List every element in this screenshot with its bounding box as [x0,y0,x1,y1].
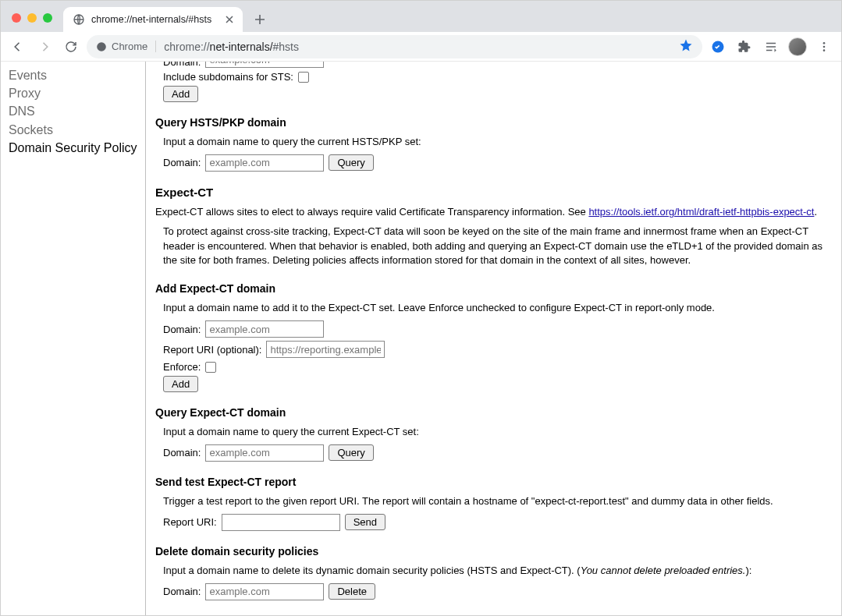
reload-button[interactable] [60,36,82,58]
menu-button[interactable] [813,36,835,58]
delete-domain-input[interactable] [205,583,324,600]
expect-ct-spec-link[interactable]: https://tools.ietf.org/html/draft-ietf-h… [588,206,814,218]
include-subdomains-label: Include subdomains for STS: [163,71,293,83]
close-window-button[interactable] [12,13,21,23]
delete-button[interactable]: Delete [329,583,375,600]
hsts-add-domain-input[interactable] [205,62,324,68]
delete-desc: Input a domain name to delete its dynami… [163,564,832,579]
send-ect-uri-label: Report URI: [163,516,217,528]
query-ect-domain-label: Domain: [163,447,201,458]
sidebar-item-dns[interactable]: DNS [9,102,137,120]
query-hsts-domain-input[interactable] [205,154,324,172]
browser-tab[interactable]: chrome://net-internals/#hsts [63,7,243,32]
add-ect-domain-input[interactable] [205,320,324,338]
send-ect-desc: Trigger a test report to the given repor… [163,494,832,509]
minimize-window-button[interactable] [27,13,37,23]
svg-point-3 [823,42,826,44]
include-subdomains-checkbox[interactable] [298,72,309,83]
query-ect-heading: Query Expect-CT domain [155,406,832,419]
sync-profile-icon[interactable] [707,36,729,58]
add-ect-enforce-label: Enforce: [163,361,201,373]
expect-ct-heading: Expect-CT [155,186,832,199]
svg-point-4 [823,45,826,48]
add-ect-uri-label: Report URI (optional): [163,344,261,356]
back-button[interactable] [7,36,29,58]
chip-label: Chrome [112,41,147,52]
toolbar: Chrome chrome://net-internals/#hsts [1,32,841,62]
forward-button[interactable] [34,36,55,58]
svg-point-1 [97,42,106,51]
address-bar[interactable]: Chrome chrome://net-internals/#hsts [87,35,702,58]
expect-ct-note: To protect against cross-site tracking, … [163,225,832,269]
profile-avatar[interactable] [787,36,808,58]
query-hsts-button[interactable]: Query [329,154,373,171]
query-hsts-heading: Query HSTS/PKP domain [155,116,832,129]
add-ect-desc: Input a domain name to add it to the Exp… [163,301,832,316]
url-text: chrome://net-internals/#hsts [164,41,299,53]
sidebar: Events Proxy DNS Sockets Domain Security… [1,62,146,615]
delete-domain-label: Domain: [163,586,201,597]
sidebar-item-events[interactable]: Events [9,66,137,84]
svg-point-5 [823,49,826,51]
send-ect-uri-input[interactable] [222,514,340,531]
chrome-icon [96,41,107,52]
window-controls [7,13,57,32]
extensions-icon[interactable] [734,36,755,58]
sidebar-item-domain-security-policy[interactable]: Domain Security Policy [9,139,137,157]
query-ect-desc: Input a domain name to query the current… [163,425,832,440]
sidebar-item-sockets[interactable]: Sockets [9,121,137,139]
query-hsts-domain-label: Domain: [163,157,201,168]
globe-icon [73,13,85,26]
send-ect-button[interactable]: Send [345,514,385,530]
delete-heading: Delete domain security policies [155,545,832,558]
add-ect-uri-input[interactable] [266,341,385,358]
tab-title: chrome://net-internals/#hsts [91,14,211,25]
new-tab-button[interactable] [249,9,271,30]
bookmark-star-icon[interactable] [679,38,693,55]
maximize-window-button[interactable] [43,13,52,23]
main-content: Domain: Include subdomains for STS: Add … [146,62,841,615]
media-control-icon[interactable] [760,36,782,58]
add-ect-enforce-checkbox[interactable] [205,362,216,373]
query-hsts-desc: Input a domain name to query the current… [163,135,832,150]
query-ect-domain-input[interactable] [205,444,324,462]
close-tab-button[interactable] [224,14,235,25]
send-ect-heading: Send test Expect-CT report [155,476,832,488]
domain-label: Domain: [163,62,201,68]
hsts-add-button[interactable]: Add [163,86,198,102]
add-ect-domain-label: Domain: [163,324,201,335]
expect-ct-desc: Expect-CT allows sites to elect to alway… [155,205,832,220]
add-ect-button[interactable]: Add [163,376,198,392]
query-ect-button[interactable]: Query [329,444,373,461]
security-chip: Chrome [96,41,156,52]
sidebar-item-proxy[interactable]: Proxy [9,84,137,102]
tab-strip: chrome://net-internals/#hsts [1,1,841,32]
add-ect-heading: Add Expect-CT domain [155,282,832,295]
